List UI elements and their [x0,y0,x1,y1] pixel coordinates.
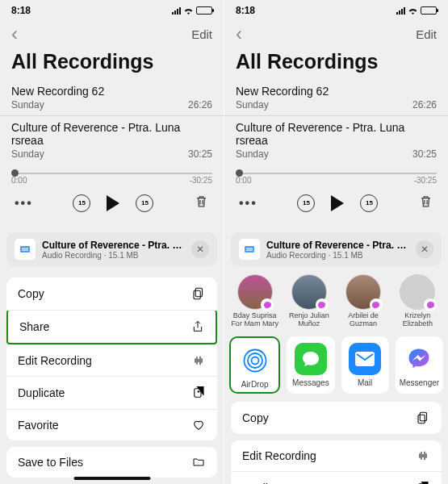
playback-controls: ••• 15 15 [224,190,448,221]
file-thumb-icon [239,239,260,260]
waveform-icon [416,449,430,462]
save-to-files-action[interactable]: Save to Files [6,447,217,478]
apps-row: AirDrop Messages Mail Messenger [224,330,448,397]
contacts-row: Bday Suprisa For Mam Mary Renjo Julian M… [224,266,448,330]
airdrop-icon [239,344,271,377]
status-bar: 8:18 [0,0,224,16]
play-icon[interactable] [107,195,119,211]
edit-button[interactable]: Edit [191,27,212,41]
playback-controls: ••• 15 15 [0,190,224,221]
scrubber[interactable] [236,173,437,174]
share-meta: Audio Recording · 15.1 MB [266,251,409,260]
back-button[interactable]: ‹ [236,23,242,45]
contact-name: Arbilei de Guzman [338,312,389,328]
recording-duration: 26:26 [188,99,212,111]
contact[interactable]: Renjo Julian Muñoz [283,274,334,328]
contact[interactable]: Krizelyn Elizabeth [392,274,443,328]
share-icon [191,319,204,334]
heart-icon [191,419,206,432]
recording-title: New Recording 62 [11,85,212,98]
contact-name: Bday Suprisa For Mam Mary [229,312,280,328]
copy-action[interactable]: Copy [231,402,442,434]
home-indicator[interactable] [73,477,150,480]
trash-icon[interactable] [194,193,209,213]
app-label: AirDrop [241,380,269,389]
messenger-app[interactable]: Messenger [396,336,443,394]
messenger-badge-icon [261,298,274,311]
signal-icon [172,7,181,15]
scrubber[interactable] [11,173,212,174]
more-icon[interactable]: ••• [15,196,33,211]
svg-rect-2 [22,250,28,251]
signal-icon [396,7,405,15]
svg-rect-1 [22,248,28,249]
recording-row[interactable]: Culture of Reverence - Ptra. Luna rsreaa… [224,115,448,165]
recording-row[interactable]: Culture of Reverence - Ptra. Luna rsreaa… [0,115,224,165]
status-right [396,6,437,15]
screen-right: 8:18 ‹ Edit All Recordings New Recording… [224,0,448,484]
skip-back-icon[interactable]: 15 [73,194,90,212]
share-card: Culture of Reverence - Ptra. Luna rsreaa… [6,232,217,266]
edit-recording-action[interactable]: Edit Recording [6,344,217,376]
screen-left: 8:18 ‹ Edit All Recordings New Recording… [0,0,224,484]
recording-duration: 30:25 [188,148,212,160]
play-icon[interactable] [331,195,344,211]
contact-name: Krizelyn Elizabeth [392,312,443,328]
status-right [172,6,212,15]
skip-back-icon[interactable]: 15 [297,194,315,212]
duplicate-icon [416,481,430,484]
duplicate-action[interactable]: Duplicate [6,376,217,409]
nav-bar: ‹ Edit [224,16,448,48]
back-button[interactable]: ‹ [11,23,18,45]
svg-rect-13 [420,412,426,421]
contact-name: Renjo Julian Muñoz [283,312,334,328]
airdrop-app[interactable]: AirDrop [229,336,280,394]
contact[interactable]: Bday Suprisa For Mam Mary [229,274,280,328]
page-title: All Recordings [0,48,224,80]
share-action[interactable]: Share [6,310,217,344]
messenger-badge-icon [370,298,383,311]
copy-action[interactable]: Copy [6,277,217,310]
messenger-icon [403,343,435,375]
mail-app[interactable]: Mail [341,336,389,394]
mail-icon [349,343,381,375]
recording-row[interactable]: New Recording 62 Sunday26:26 [0,80,224,115]
share-meta: Audio Recording · 15.1 MB [42,251,185,260]
skip-fwd-icon[interactable]: 15 [360,194,378,212]
svg-rect-8 [246,250,253,251]
svg-rect-4 [194,290,200,299]
battery-icon [421,6,437,15]
more-icon[interactable]: ••• [239,196,257,211]
favorite-action[interactable]: Favorite [6,409,217,440]
close-icon[interactable]: ✕ [416,240,433,258]
time-end: -30:25 [190,176,212,185]
scrubber-knob[interactable] [11,169,19,177]
wifi-icon [183,6,194,15]
edit-recording-action[interactable]: Edit Recording [231,440,442,471]
battery-icon [196,6,212,15]
duplicate-action[interactable]: Duplicate [231,471,442,484]
copy-icon [416,411,430,425]
app-label: Messages [292,378,329,387]
page-title: All Recordings [224,48,448,80]
messages-icon [295,343,327,375]
contact[interactable]: Arbilei de Guzman [338,274,389,328]
svg-rect-14 [418,415,425,424]
file-thumb-icon [15,239,36,260]
time-start: 0:00 [11,176,27,185]
messenger-badge-icon [424,298,437,311]
nav-bar: ‹ Edit [0,16,224,48]
svg-rect-6 [245,246,254,252]
app-label: Mail [358,378,372,387]
messenger-badge-icon [316,298,329,311]
messages-app[interactable]: Messages [287,336,334,394]
scrubber-knob[interactable] [236,169,243,177]
recording-row[interactable]: New Recording 62 Sunday26:26 [224,80,448,115]
waveform-icon [191,354,206,367]
close-icon[interactable]: ✕ [191,240,209,258]
edit-button[interactable]: Edit [416,27,437,41]
trash-icon[interactable] [418,193,433,213]
share-title: Culture of Reverence - Ptra. Luna rsreaa [42,240,185,251]
skip-fwd-icon[interactable]: 15 [136,194,153,212]
recording-title: Culture of Reverence - Ptra. Luna rsreaa [236,121,437,147]
